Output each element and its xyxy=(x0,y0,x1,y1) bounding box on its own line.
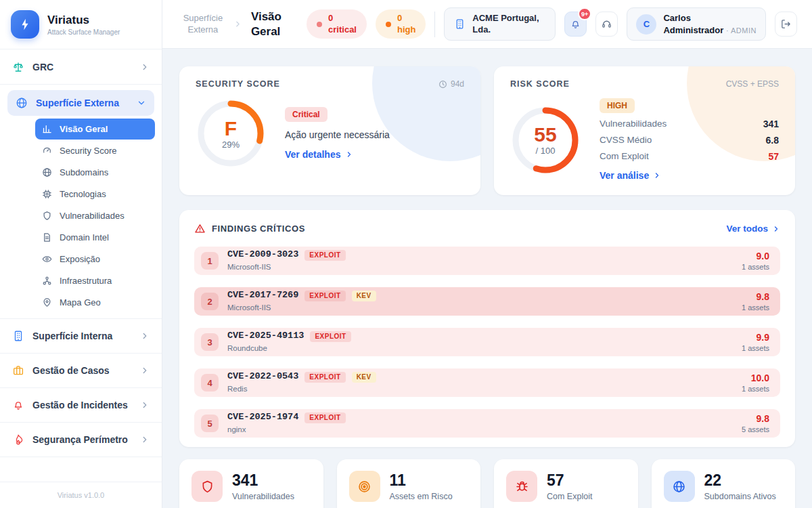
user-menu[interactable]: C Carlos Administrador · ADMIN xyxy=(627,7,766,41)
finding-row[interactable]: 5 CVE-2025-1974 EXPLOIT nginx 9.8 5 asse… xyxy=(194,409,780,438)
status-badge: Critical xyxy=(285,107,328,122)
scales-icon xyxy=(12,61,24,73)
view-analysis-link[interactable]: Ver análise xyxy=(600,170,661,181)
finding-row[interactable]: 2 CVE-2017-7269 EXPLOIT KEV Microsoft-II… xyxy=(194,287,780,316)
finding-row[interactable]: 4 CVE-2022-0543 EXPLOIT KEV Redis 10.0 1… xyxy=(194,368,780,397)
stat-card-with-exploit[interactable]: 57 Com Exploit xyxy=(494,459,638,508)
assets-count: 1 assets xyxy=(742,262,769,272)
assets-count: 1 assets xyxy=(742,303,769,312)
sidebar-item-domain-intel[interactable]: Domain Intel xyxy=(35,227,155,248)
top-header: Superfície Externa Visão Geral 0 critica… xyxy=(162,0,812,49)
app-version: Viriatus v1.0.0 xyxy=(0,482,162,508)
finding-row[interactable]: 1 CVE-2009-3023 EXPLOIT Microsoft-IIS 9.… xyxy=(194,247,780,275)
finding-rank: 2 xyxy=(201,293,219,310)
section-title: FINDINGS CRÍTICOS xyxy=(212,224,305,234)
stat-card-assets-at-risk[interactable]: 11 Assets em Risco xyxy=(337,459,481,508)
sidebar-nav: GRC Superfície Externa xyxy=(0,49,162,482)
exploit-badge: EXPLOIT xyxy=(304,372,345,383)
organization-selector[interactable]: ACME Portugal, Lda. xyxy=(444,7,556,41)
cve-id: CVE-2025-1974 xyxy=(227,412,298,423)
high-count-badge[interactable]: 0 high xyxy=(376,9,426,39)
bar-chart-icon xyxy=(42,124,52,134)
stat-label: Com Exploit xyxy=(547,492,592,501)
stat-label: Vulnerabilidades xyxy=(232,492,294,501)
finding-rank: 5 xyxy=(201,415,219,432)
stat-card-vulnerabilities[interactable]: 341 Vulnerabilidades xyxy=(179,459,323,508)
cve-id: CVE-2009-3023 xyxy=(227,249,298,261)
critical-dot-icon xyxy=(317,22,322,27)
metric-row: Com Exploit 57 xyxy=(600,151,779,162)
sidebar-item-label: Infraestrutura xyxy=(60,276,112,286)
stat-value: 57 xyxy=(547,472,592,489)
chevron-right-icon xyxy=(140,435,150,444)
sidebar-section-seguranca-perimetro[interactable]: Segurança Perímetro xyxy=(0,425,162,454)
chevron-right-icon xyxy=(140,62,150,72)
card-title: RISK SCORE xyxy=(510,79,570,89)
eye-icon xyxy=(42,254,52,264)
network-icon xyxy=(42,276,52,286)
bell-icon xyxy=(570,18,581,30)
breadcrumb-parent[interactable]: Superfície Externa xyxy=(181,13,225,36)
exploit-badge: EXPLOIT xyxy=(304,291,345,302)
cvss-score: 9.8 xyxy=(742,412,769,425)
avatar: C xyxy=(636,14,656,35)
cve-id: CVE-2017-7269 xyxy=(227,290,298,301)
sidebar-item-exposicao[interactable]: Exposição xyxy=(35,249,155,270)
sidebar-item-subdomains[interactable]: Subdomains xyxy=(35,162,155,183)
logout-icon xyxy=(780,18,792,30)
logout-button[interactable] xyxy=(775,12,797,37)
sidebar-item-tecnologias[interactable]: Tecnologias xyxy=(35,184,155,205)
sidebar-section-superficie-externa[interactable]: Superfície Externa xyxy=(7,90,154,116)
sidebar-section-superficie-interna[interactable]: Superfície Interna xyxy=(0,321,162,351)
app-name: Viriatus xyxy=(47,14,120,27)
user-tag: · ADMIN xyxy=(726,26,757,35)
card-title: SECURITY SCORE xyxy=(196,79,280,89)
globe-icon xyxy=(664,471,695,502)
map-pin-icon xyxy=(42,297,52,308)
section-label: Gestão de Incidentes xyxy=(32,400,128,410)
metric-value: 6.8 xyxy=(766,135,779,146)
sidebar-section-gestao-de-incidentes[interactable]: Gestão de Incidentes xyxy=(0,390,162,420)
section-label: Segurança Perímetro xyxy=(32,434,128,445)
sidebar-item-label: Visão Geral xyxy=(60,124,108,134)
view-details-link[interactable]: Ver detalhes xyxy=(285,149,353,160)
briefcase-icon xyxy=(12,364,24,377)
exploit-badge: EXPLOIT xyxy=(304,250,345,261)
exploit-badge: EXPLOIT xyxy=(304,412,345,424)
view-all-link[interactable]: Ver todos xyxy=(726,224,780,234)
stat-card-active-subdomains[interactable]: 22 Subdomains Ativos xyxy=(652,459,796,508)
critical-count-badge[interactable]: 0 critical xyxy=(307,9,367,39)
section-label: Gestão de Casos xyxy=(32,365,110,376)
sidebar-item-label: Vulnerabilidades xyxy=(60,211,125,221)
metric-value: 341 xyxy=(763,119,779,129)
sidebar-item-visao-geral[interactable]: Visão Geral xyxy=(35,119,155,140)
risk-score-gauge: 55 / 100 xyxy=(510,105,581,175)
high-label: high xyxy=(397,24,415,35)
assets-count: 5 assets xyxy=(742,425,769,434)
assets-count: 1 assets xyxy=(742,384,769,394)
assets-count: 1 assets xyxy=(742,343,769,353)
sidebar-item-mapa-geo[interactable]: Mapa Geo xyxy=(35,292,155,313)
sidebar-section-gestao-de-casos[interactable]: Gestão de Casos xyxy=(0,356,162,385)
sidebar: Viriatus Attack Surface Manager GRC Supe… xyxy=(0,0,162,508)
sidebar-item-grc[interactable]: GRC xyxy=(0,52,162,82)
building-icon xyxy=(12,330,24,342)
section-label: Superfície Externa xyxy=(36,98,119,108)
lightning-bolt-icon xyxy=(18,18,32,31)
critical-count: 0 xyxy=(328,13,357,24)
high-count: 0 xyxy=(397,13,415,24)
product-name: Roundcube xyxy=(227,343,351,353)
score-period: 94d xyxy=(438,79,464,89)
critical-findings-card: FINDINGS CRÍTICOS Ver todos 1 CVE-2009-3… xyxy=(179,210,795,447)
sidebar-item-infraestrutura[interactable]: Infraestrutura xyxy=(35,270,155,291)
notifications-button[interactable]: 9+ xyxy=(564,12,587,37)
metric-row: Vulnerabilidades 341 xyxy=(600,119,779,129)
risk-level-badge: HIGH xyxy=(600,98,635,113)
flame-icon xyxy=(12,433,24,446)
sidebar-item-security-score[interactable]: Security Score xyxy=(35,140,155,161)
sidebar-item-vulnerabilidades[interactable]: Vulnerabilidades xyxy=(35,205,155,226)
security-grade: F xyxy=(225,117,237,140)
support-button[interactable] xyxy=(595,12,618,37)
finding-row[interactable]: 3 CVE-2025-49113 EXPLOIT Roundcube 9.9 1… xyxy=(194,328,780,356)
sidebar-item-label: Security Score xyxy=(60,146,117,156)
